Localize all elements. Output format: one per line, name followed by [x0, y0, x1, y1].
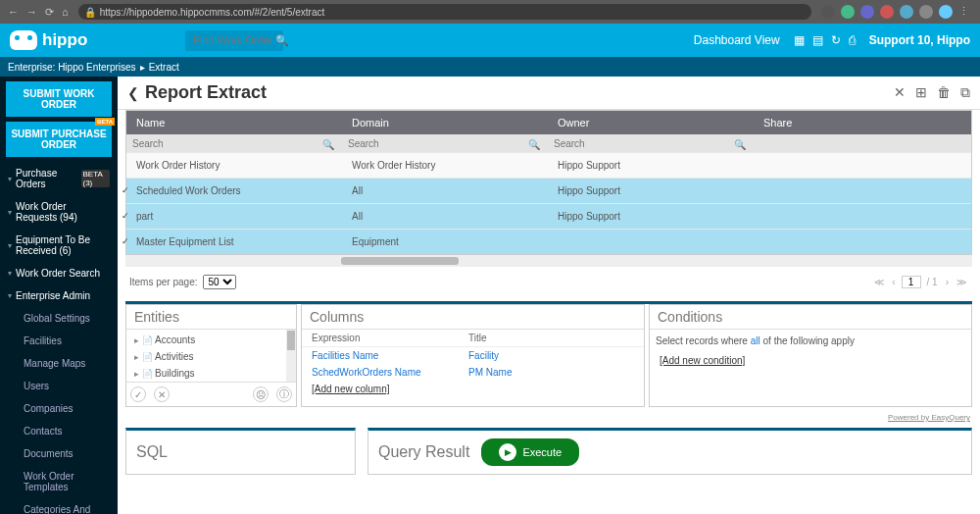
sidebar-item-wo-search[interactable]: ▾Work Order Search — [0, 262, 118, 284]
page-size-select[interactable]: 50 — [203, 275, 236, 289]
sidebar-sub-facilities[interactable]: Facilities — [0, 330, 118, 352]
forward-icon[interactable]: → — [26, 6, 37, 19]
sidebar-sub-wo-templates[interactable]: Work Order Templates — [0, 465, 118, 498]
col-owner[interactable]: Owner — [548, 111, 754, 134]
breadcrumb-root[interactable]: Enterprise: Hippo Enterprises — [8, 62, 136, 73]
print-icon[interactable]: ⎙ — [849, 33, 856, 47]
sidebar-sub-maps[interactable]: Manage Maps — [0, 352, 118, 375]
columns-title: Columns — [302, 305, 644, 330]
col-title-0[interactable]: Facility — [468, 350, 499, 361]
sidebar: SUBMIT WORK ORDER SUBMIT PURCHASE ORDER … — [0, 77, 118, 514]
col-name[interactable]: Name — [126, 111, 342, 134]
back-button[interactable]: ❮ — [127, 85, 139, 101]
back-icon[interactable]: ← — [8, 6, 19, 19]
entities-scrollbar[interactable] — [286, 330, 296, 382]
delete-icon[interactable]: 🗑 — [937, 84, 951, 101]
col-domain[interactable]: Domain — [342, 111, 548, 134]
page-title: Report Extract — [145, 82, 267, 103]
close-icon[interactable]: ✕ — [894, 84, 906, 101]
search-icon[interactable]: 🔍 — [734, 139, 746, 150]
filter-owner[interactable] — [554, 138, 748, 149]
refresh-icon[interactable]: ↻ — [831, 33, 841, 47]
sidebar-sub-global[interactable]: Global Settings — [0, 307, 118, 330]
prev-page-icon[interactable]: ‹ — [890, 275, 897, 289]
col-title-header: Title — [468, 333, 487, 343]
last-page-icon[interactable]: ≫ — [955, 275, 968, 289]
cancel-icon[interactable]: ✕ — [154, 386, 170, 402]
hippo-icon — [10, 30, 37, 50]
add-column-link[interactable]: [Add new column] — [302, 381, 644, 397]
brand-logo[interactable]: hippo — [10, 30, 87, 50]
pager: Items per page: 50 ≪ ‹ / 1 › ≫ — [118, 267, 980, 297]
submit-purchase-order-button[interactable]: SUBMIT PURCHASE ORDER — [6, 122, 112, 157]
grid-icon[interactable]: ▦ — [794, 33, 805, 47]
search-icon[interactable]: 🔍 — [322, 139, 334, 150]
search-icon[interactable]: 🔍 — [528, 139, 540, 150]
sidebar-sub-categories[interactable]: Categories And Types — [0, 498, 118, 514]
dashboard-view-link[interactable]: Dashboard View — [694, 33, 780, 47]
table-row[interactable]: partAllHippo Support — [126, 203, 971, 229]
entity-buildings[interactable]: Buildings — [128, 365, 294, 382]
sad-icon[interactable]: ☹ — [253, 386, 269, 402]
table-row[interactable]: Master Equipment ListEquipment — [126, 229, 971, 254]
query-result-panel: Query Result ▶ Execute — [368, 428, 972, 475]
col-expr-header: Expression — [312, 333, 468, 343]
powered-by[interactable]: Powered by EasyQuery — [118, 411, 980, 424]
condition-mode[interactable]: all — [751, 335, 760, 346]
url-text: https://hippodemo.hippocmms.com/#/2/ent/… — [100, 7, 325, 18]
info-icon[interactable]: ⓘ — [276, 386, 292, 402]
sidebar-sub-companies[interactable]: Companies — [0, 397, 118, 420]
add-icon[interactable]: ⊞ — [915, 84, 927, 101]
sidebar-item-enterprise-admin[interactable]: ▾Enterprise Admin — [0, 284, 118, 307]
first-page-icon[interactable]: ≪ — [872, 275, 886, 289]
conditions-panel: Conditions Select records where all of t… — [649, 304, 972, 407]
col-share[interactable]: Share — [754, 111, 971, 134]
page-input[interactable] — [902, 276, 921, 288]
sidebar-sub-contacts[interactable]: Contacts — [0, 420, 118, 442]
browser-chrome: ← → ⟳ ⌂ 🔒 https://hippodemo.hippocmms.co… — [0, 0, 980, 24]
work-order-search[interactable]: 🔍 — [185, 30, 283, 51]
qr-title: Query Result — [378, 443, 469, 461]
search-icon[interactable]: 🔍 — [275, 34, 289, 47]
entities-panel: Entities Accounts Activities Buildings ✓… — [125, 304, 297, 407]
copy-icon[interactable]: ⧉ — [960, 84, 970, 101]
chart-icon[interactable]: ▤ — [812, 33, 823, 47]
page-header: ❮ Report Extract ✕ ⊞ 🗑 ⧉ — [118, 77, 980, 110]
col-expr-0[interactable]: Facilities Name — [312, 350, 378, 361]
col-title-1[interactable]: PM Name — [468, 367, 512, 378]
extension-icons: ⋮ — [821, 5, 972, 19]
filter-domain[interactable] — [348, 138, 542, 149]
next-page-icon[interactable]: › — [944, 275, 951, 289]
brand-text: hippo — [42, 30, 87, 50]
execute-button[interactable]: ▶ Execute — [481, 438, 579, 466]
table-row[interactable]: Work Order HistoryWork Order HistoryHipp… — [126, 152, 971, 178]
sidebar-item-wo-requests[interactable]: ▾Work Order Requests (94) — [0, 195, 118, 229]
add-condition-link[interactable]: [Add new condition] — [650, 352, 971, 369]
sidebar-sub-users[interactable]: Users — [0, 375, 118, 397]
page-total: / 1 — [925, 275, 940, 289]
conditions-title: Conditions — [650, 305, 971, 330]
user-menu[interactable]: Support 10, Hippo — [869, 33, 970, 47]
entity-activities[interactable]: Activities — [128, 348, 294, 365]
sidebar-item-equipment[interactable]: ▾Equipment To Be Received (6) — [0, 229, 118, 262]
search-input[interactable] — [193, 34, 271, 46]
app-top-bar: hippo 🔍 Dashboard View ▦ ▤ ↻ ⎙ Support 1… — [0, 24, 980, 57]
breadcrumb: Enterprise: Hippo Enterprises ▸ Extract — [0, 57, 980, 77]
sql-panel: SQL — [125, 428, 356, 475]
sql-title: SQL — [136, 443, 168, 461]
report-grid: Name Domain Owner Share 🔍 🔍 🔍 Work Order… — [125, 110, 972, 255]
confirm-icon[interactable]: ✓ — [130, 386, 146, 402]
entity-accounts[interactable]: Accounts — [128, 332, 294, 348]
breadcrumb-current: Extract — [149, 62, 179, 73]
col-expr-1[interactable]: SchedWorkOrders Name — [312, 367, 421, 378]
home-icon[interactable]: ⌂ — [62, 6, 69, 19]
sidebar-sub-documents[interactable]: Documents — [0, 442, 118, 465]
filter-name[interactable] — [132, 138, 336, 149]
horizontal-scrollbar[interactable] — [125, 255, 972, 267]
url-bar[interactable]: 🔒 https://hippodemo.hippocmms.com/#/2/en… — [78, 4, 811, 20]
table-row[interactable]: Scheduled Work OrdersAllHippo Support — [126, 178, 971, 203]
submit-work-order-button[interactable]: SUBMIT WORK ORDER — [6, 81, 112, 117]
play-icon: ▶ — [499, 443, 516, 461]
reload-icon[interactable]: ⟳ — [45, 6, 54, 19]
sidebar-item-purchase-orders[interactable]: ▾Purchase OrdersBETA (3) — [0, 162, 118, 195]
